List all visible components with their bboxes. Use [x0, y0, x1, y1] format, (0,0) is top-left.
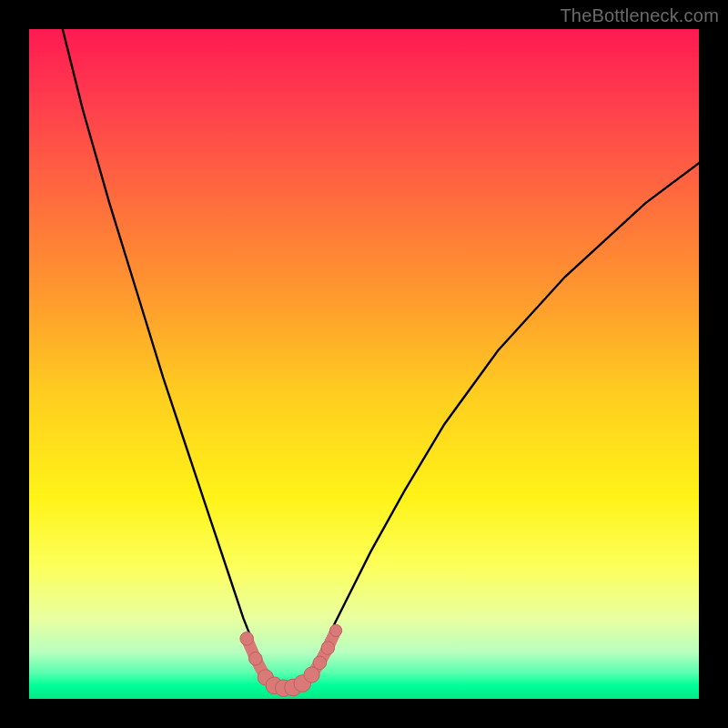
curve-marker [321, 642, 335, 655]
watermark-text: TheBottleneck.com [560, 5, 719, 26]
curve-svg [29, 29, 699, 699]
curve-marker [313, 656, 327, 670]
curve-marker [240, 632, 254, 646]
chart-stage: TheBottleneck.com [0, 0, 728, 728]
curve-marker [330, 624, 342, 636]
plot-area [29, 29, 699, 699]
bottleneck-curve [63, 29, 699, 689]
curve-marker [249, 652, 263, 666]
